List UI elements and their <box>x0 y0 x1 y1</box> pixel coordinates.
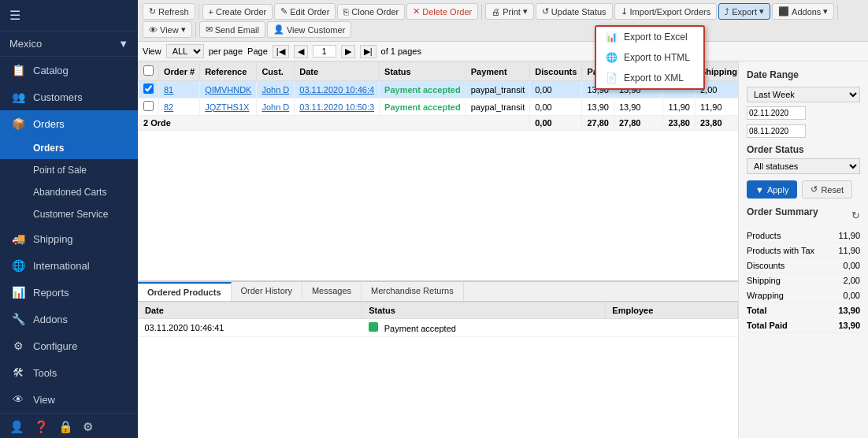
row-select-checkbox[interactable] <box>143 84 154 94</box>
clone-icon: ⎘ <box>343 7 349 17</box>
sidebar-label-configure: Configure <box>33 340 77 352</box>
col-date: Date <box>295 62 380 81</box>
update-status-button[interactable]: ↺ Update Status <box>536 3 613 20</box>
sidebar-item-addons[interactable]: 🔧 Addons <box>0 306 138 332</box>
table-footer-row: 2 Orde 0,00 27,80 27,80 23,80 23,80 4,00… <box>139 116 739 131</box>
tab-ordered-products[interactable]: Ordered Products <box>138 282 232 301</box>
filter-buttons: ▼ Apply ↺ Reset <box>747 180 860 199</box>
sidebar-item-reports[interactable]: 📊 Reports <box>0 279 138 306</box>
col-checkbox <box>139 62 159 81</box>
sidebar-sub-pos[interactable]: Point of Sale <box>0 159 138 181</box>
store-selector[interactable]: Mexico ▼ <box>0 32 138 57</box>
row-reference: JQZTHS1X <box>200 98 257 116</box>
select-all-checkbox[interactable] <box>143 65 154 76</box>
row-date[interactable]: 03.11.2020 10:46:4 <box>295 81 380 98</box>
reset-filter-button[interactable]: ↺ Reset <box>802 180 852 199</box>
sidebar-label-view: View <box>33 394 55 406</box>
import-export-button[interactable]: ⤓ Import/Export Orders <box>614 3 718 20</box>
row-shipping-c: 11,90 <box>695 98 738 116</box>
user-icon[interactable]: 👤 <box>9 420 24 434</box>
summary-row-wrapping: Wrapping 0,00 <box>747 288 860 303</box>
last-page-button[interactable]: ▶| <box>360 45 377 58</box>
summary-title-row: Order Summary ↻ <box>747 206 860 224</box>
sidebar-item-view[interactable]: 👁 View <box>0 386 138 413</box>
store-arrow: ▼ <box>118 38 128 50</box>
col-payment: Payment <box>466 62 530 81</box>
sidebar-item-catalog[interactable]: 📋 Catalog <box>0 57 138 84</box>
col-order-num: Order # <box>159 62 200 81</box>
addons-button[interactable]: ⬛ Addons ▾ <box>772 3 834 20</box>
sidebar: ☰ Mexico ▼ 📋 Catalog 👥 Customers 📦 Order… <box>0 0 138 438</box>
footer-real-paid: 27,80 <box>614 116 663 131</box>
print-arrow: ▾ <box>523 6 528 17</box>
sidebar-item-orders[interactable]: 📦 Orders <box>0 110 138 137</box>
export-html[interactable]: 🌐 Export to HTML <box>596 47 703 68</box>
view-customer-button[interactable]: 👤 View Customer <box>267 21 351 38</box>
sidebar-item-configure[interactable]: ⚙ Configure <box>0 332 138 359</box>
toolbar-sep-4 <box>195 22 196 38</box>
edit-order-button[interactable]: ✎ Edit Order <box>274 3 336 20</box>
view-button[interactable]: 👁 View ▾ <box>143 21 192 38</box>
tab-merchandise-returns[interactable]: Merchandise Returns <box>362 282 464 301</box>
settings-icon[interactable]: ⚙ <box>83 420 93 434</box>
print-button[interactable]: 🖨 Print ▾ <box>485 3 534 20</box>
date-to-input[interactable] <box>747 124 806 138</box>
date-range-select[interactable]: Last Week <box>747 87 860 102</box>
import-icon: ⤓ <box>621 6 628 17</box>
export-button[interactable]: ⤴ Export ▾ <box>718 3 770 20</box>
order-status-select[interactable]: All statuses <box>747 158 860 174</box>
sidebar-label-tools: Tools <box>33 367 57 379</box>
menu-icon[interactable]: ☰ <box>9 8 20 23</box>
clone-order-button[interactable]: ⎘ Clone Order <box>337 4 405 20</box>
sidebar-sub-orders[interactable]: Orders <box>0 137 138 159</box>
toolbar-sep-1 <box>198 4 199 20</box>
row-real-paid: 13,90 <box>614 98 663 116</box>
sidebar-label-addons: Addons <box>33 314 68 325</box>
next-page-button[interactable]: ▶ <box>341 45 355 58</box>
export-xml[interactable]: 📄 Export to XML <box>596 68 703 88</box>
sidebar-item-customers[interactable]: 👥 Customers <box>0 84 138 110</box>
help-icon[interactable]: ❓ <box>34 420 49 434</box>
center-panel: Order # Reference Cust. Date Status Paym… <box>138 61 738 438</box>
table-row[interactable]: 82 JQZTHS1X John D 03.11.2020 10:50:3 Pa… <box>139 98 739 116</box>
first-page-button[interactable]: |◀ <box>273 45 289 58</box>
row-order-num: 82 <box>159 98 200 116</box>
customer-icon: 👤 <box>273 24 284 35</box>
page-input[interactable] <box>313 45 336 58</box>
refresh-button[interactable]: ↻ Refresh <box>143 3 195 20</box>
bottom-panel: Ordered Products Order History Messages … <box>138 280 738 438</box>
lock-icon[interactable]: 🔒 <box>58 420 73 434</box>
orders-icon: 📦 <box>11 117 25 130</box>
summary-row-total-paid: Total Paid 13,90 <box>747 318 860 333</box>
row-date[interactable]: 03.11.2020 10:50:3 <box>295 98 380 116</box>
configure-icon: ⚙ <box>11 340 25 352</box>
prev-page-button[interactable]: ◀ <box>294 45 308 58</box>
create-order-button[interactable]: + Create Order <box>202 4 273 20</box>
sidebar-item-international[interactable]: 🌐 International <box>0 252 138 279</box>
sidebar-item-tools[interactable]: 🛠 Tools <box>0 359 138 386</box>
catalog-icon: 📋 <box>11 64 25 76</box>
sidebar-label-customers: Customers <box>33 91 83 103</box>
tab-messages[interactable]: Messages <box>302 282 362 301</box>
export-excel[interactable]: 📊 Export to Excel <box>596 27 703 47</box>
tab-content: Date Status Employee 03.11.2020 10:46:41… <box>138 302 738 438</box>
reports-icon: 📊 <box>11 286 25 299</box>
excel-icon: 📊 <box>606 32 618 43</box>
per-page-select[interactable]: ALL102550100 <box>166 44 204 58</box>
html-icon: 🌐 <box>606 52 618 63</box>
delete-order-button[interactable]: ✕ Delete Order <box>406 3 478 20</box>
row-select-checkbox[interactable] <box>143 101 154 111</box>
apply-filter-button[interactable]: ▼ Apply <box>747 180 797 199</box>
view-bar: View ALL102550100 per page Page |◀ ◀ ▶ ▶… <box>138 42 868 61</box>
send-email-button[interactable]: ✉ Send Email <box>199 21 265 38</box>
sidebar-sub-abandoned[interactable]: Abandoned Carts <box>0 181 138 203</box>
summary-refresh-icon[interactable]: ↻ <box>851 210 860 221</box>
view-label: View <box>143 46 161 56</box>
sidebar-item-shipping[interactable]: 🚚 Shipping <box>0 225 138 252</box>
sidebar-sub-customer-service[interactable]: Customer Service <box>0 203 138 225</box>
col-discounts: Discounts <box>530 62 582 81</box>
date-from-input[interactable] <box>747 106 806 120</box>
main-content: ↻ Refresh + Create Order ✎ Edit Order ⎘ … <box>138 0 868 438</box>
row-discounts: 0,00 <box>530 98 582 116</box>
tab-order-history[interactable]: Order History <box>232 282 302 301</box>
